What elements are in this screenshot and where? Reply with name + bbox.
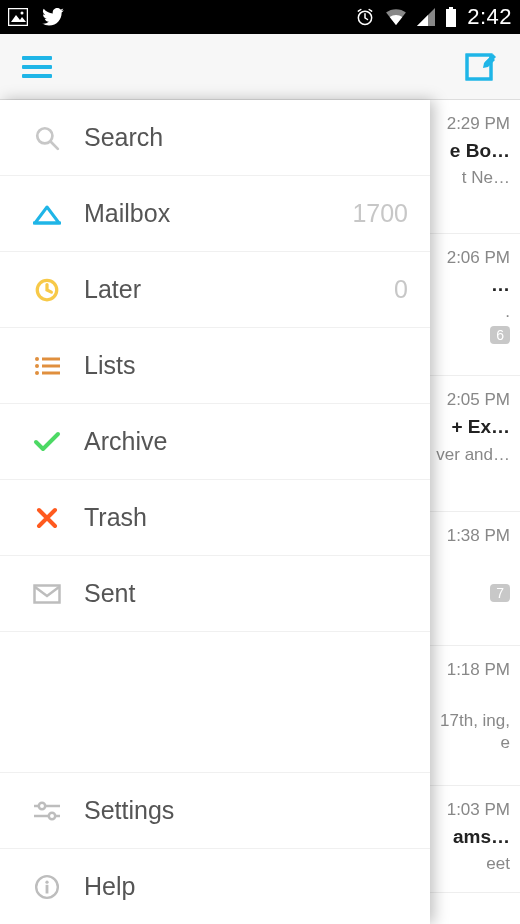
twitter-icon	[42, 8, 64, 26]
sidebar-item-count: 1700	[352, 199, 408, 228]
email-row: 1:38 PM 7	[430, 512, 520, 646]
mailbox-icon	[32, 203, 62, 225]
email-time: 1:03 PM	[434, 800, 510, 820]
sidebar-item-label: Settings	[84, 796, 408, 825]
svg-rect-28	[46, 884, 49, 893]
signal-icon	[417, 8, 435, 26]
svg-rect-6	[449, 7, 453, 9]
sidebar-item-help[interactable]: Help	[0, 848, 430, 924]
sidebar-item-mailbox[interactable]: Mailbox 1700	[0, 176, 430, 252]
email-row: 2:06 PM … . 6	[430, 234, 520, 376]
svg-rect-20	[42, 371, 60, 374]
sidebar-item-archive[interactable]: Archive	[0, 404, 430, 480]
clock-icon	[32, 277, 62, 303]
email-time: 2:05 PM	[434, 390, 510, 410]
email-snippet: t Ne…	[434, 168, 510, 188]
email-snippet: ver and…	[434, 444, 510, 466]
x-icon	[32, 506, 62, 530]
sidebar-item-label: Later	[84, 275, 394, 304]
email-time: 2:06 PM	[434, 248, 510, 268]
info-icon	[32, 874, 62, 900]
battery-icon	[445, 7, 457, 27]
sidebar-item-label: Mailbox	[84, 199, 352, 228]
navigation-drawer: Search Mailbox 1700 Later 0	[0, 100, 430, 924]
sidebar-item-label: Help	[84, 872, 408, 901]
alarm-icon	[355, 7, 375, 27]
svg-rect-7	[446, 9, 456, 27]
svg-rect-16	[42, 357, 60, 360]
email-row: 1:03 PM ams… eet	[430, 786, 520, 893]
svg-point-23	[39, 802, 45, 808]
email-time: 2:29 PM	[434, 114, 510, 134]
svg-point-17	[35, 364, 39, 368]
sidebar-item-label: Sent	[84, 579, 408, 608]
email-snippet: .	[434, 302, 510, 322]
menu-icon[interactable]	[22, 56, 52, 78]
sidebar-item-count: 0	[394, 275, 408, 304]
gallery-icon	[8, 8, 28, 26]
svg-marker-5	[417, 15, 428, 26]
status-left-icons	[8, 8, 64, 26]
svg-point-15	[35, 357, 39, 361]
sidebar-item-search[interactable]: Search	[0, 100, 430, 176]
email-title: ams…	[434, 826, 510, 848]
email-row: 2:29 PM e Bo… t Ne…	[430, 100, 520, 234]
email-row: 2:05 PM + Ex… ver and…	[430, 376, 520, 512]
email-count-badge: 7	[490, 584, 510, 602]
svg-line-12	[51, 141, 58, 148]
sidebar-item-label: Lists	[84, 351, 408, 380]
sidebar-item-label: Archive	[84, 427, 408, 456]
sidebar-item-sent[interactable]: Sent	[0, 556, 430, 632]
email-snippet: 17th, ing, e	[434, 710, 510, 754]
compose-button[interactable]	[464, 48, 498, 86]
check-icon	[32, 431, 62, 453]
search-icon	[32, 125, 62, 151]
svg-point-25	[49, 812, 55, 818]
email-list-peek: 2:29 PM e Bo… t Ne… 2:06 PM … . 6 2:05 P…	[430, 100, 520, 924]
status-right-icons: 2:42	[355, 4, 512, 30]
svg-rect-0	[9, 9, 28, 26]
email-title: …	[434, 274, 510, 296]
email-row: 1:18 PM 17th, ing, e	[430, 646, 520, 786]
app-toolbar	[0, 34, 520, 100]
email-title: + Ex…	[434, 416, 510, 438]
sidebar-item-label: Search	[84, 123, 408, 152]
sidebar-item-later[interactable]: Later 0	[0, 252, 430, 328]
email-time: 1:18 PM	[434, 660, 510, 680]
svg-marker-1	[11, 15, 26, 22]
email-time: 1:38 PM	[434, 526, 510, 546]
android-status-bar: 2:42	[0, 0, 520, 34]
svg-rect-18	[42, 364, 60, 367]
svg-point-2	[21, 12, 24, 15]
wifi-icon	[385, 8, 407, 26]
envelope-icon	[32, 584, 62, 604]
email-count-badge: 6	[490, 326, 510, 344]
svg-point-19	[35, 371, 39, 375]
status-time: 2:42	[467, 4, 512, 30]
sidebar-item-lists[interactable]: Lists	[0, 328, 430, 404]
email-title: e Bo…	[434, 140, 510, 162]
list-icon	[32, 356, 62, 376]
sidebar-item-settings[interactable]: Settings	[0, 772, 430, 848]
sidebar-item-label: Trash	[84, 503, 408, 532]
svg-point-27	[45, 880, 48, 883]
sliders-icon	[32, 801, 62, 821]
email-snippet: eet	[434, 854, 510, 874]
sidebar-item-trash[interactable]: Trash	[0, 480, 430, 556]
